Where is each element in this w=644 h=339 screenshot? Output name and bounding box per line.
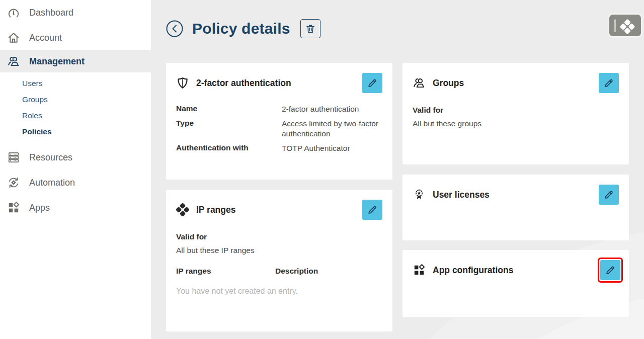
sidebar-item-automation[interactable]: Automation [0, 170, 151, 195]
card-title: 2-factor authentication [196, 78, 291, 89]
sidebar-item-resources[interactable]: Resources [0, 145, 151, 170]
field-label: Authentication with [176, 143, 282, 153]
chevron-left-circle-icon [166, 20, 183, 37]
app-configurations-edit-button[interactable] [600, 260, 620, 280]
sidebar-item-label: Management [29, 56, 85, 67]
sidebar-item-label: Dashboard [29, 8, 73, 18]
rosette-badge-icon [413, 188, 426, 201]
valid-for-value: All but these IP ranges [176, 246, 382, 255]
sidebar-item-roles[interactable]: Roles [0, 108, 151, 124]
pinwheel-diamond-icon [176, 203, 189, 216]
sidebar-item-label: Apps [29, 203, 50, 213]
people-icon [413, 76, 426, 90]
sidebar-item-management[interactable]: Management [0, 50, 151, 72]
apps-icon [413, 264, 426, 277]
management-submenu: Users Groups Roles Policies [0, 72, 151, 145]
field-value: TOTP Authenticator [282, 143, 382, 153]
delete-policy-button[interactable] [300, 19, 320, 38]
sidebar-item-apps[interactable]: Apps [0, 195, 151, 220]
sidebar-item-label: Account [29, 33, 62, 43]
sidebar-item-label: Resources [29, 152, 72, 163]
widget-handle-bar [614, 19, 616, 32]
pencil-icon [603, 77, 614, 89]
field-value: 2-factor authentication [282, 104, 382, 114]
main-content: Policy details 2-factor authentication [151, 0, 644, 339]
sidebar-item-label: Automation [29, 178, 75, 188]
groups-edit-button[interactable] [599, 73, 619, 93]
sidebar: Dashboard Account Managem [0, 0, 151, 339]
trash-icon [305, 23, 316, 34]
app-configurations-card: App configurations [403, 250, 629, 317]
feedback-widget-button[interactable] [609, 15, 641, 36]
field-label: Type [176, 119, 282, 139]
sidebar-item-policies[interactable]: Policies [0, 124, 151, 140]
two-factor-edit-button[interactable] [362, 73, 382, 93]
empty-state-text: You have not yet created an entry. [176, 287, 382, 296]
back-button[interactable] [166, 20, 183, 37]
card-title: App configurations [433, 265, 513, 276]
page-title: Policy details [192, 20, 290, 37]
sidebar-item-users[interactable]: Users [0, 75, 151, 92]
two-factor-authentication-card: 2-factor authentication Name 2-factor au… [166, 63, 392, 180]
user-licenses-card: User licenses [403, 175, 629, 240]
card-title: IP ranges [196, 205, 235, 215]
ip-ranges-card: IP ranges Valid for All but these IP ran… [166, 190, 392, 331]
shield-icon [176, 76, 189, 90]
people-icon [7, 55, 20, 68]
pinwheel-diamond-icon [622, 19, 633, 32]
gauge-icon [7, 6, 20, 19]
pencil-icon [367, 204, 378, 215]
sidebar-item-groups[interactable]: Groups [0, 92, 151, 108]
field-value: Access limited by two-factor authenticat… [282, 119, 382, 139]
automation-icon [7, 176, 20, 189]
page-header: Policy details [166, 19, 320, 38]
ip-ranges-edit-button[interactable] [362, 200, 382, 220]
red-highlight-annotation [598, 258, 623, 283]
pencil-icon [605, 265, 616, 276]
column-header-ip-ranges: IP ranges [176, 267, 275, 276]
server-icon [7, 151, 20, 164]
sidebar-item-dashboard[interactable]: Dashboard [0, 0, 151, 25]
home-icon [7, 31, 20, 44]
valid-for-label: Valid for [413, 106, 619, 115]
sidebar-item-account[interactable]: Account [0, 25, 151, 50]
user-licenses-edit-button[interactable] [599, 185, 619, 205]
field-label: Name [176, 104, 282, 114]
column-header-description: Description [275, 267, 382, 276]
valid-for-value: All but these groups [413, 119, 619, 128]
card-title: User licenses [433, 190, 490, 200]
valid-for-label: Valid for [176, 232, 382, 241]
apps-icon [7, 201, 20, 214]
card-title: Groups [433, 78, 464, 89]
groups-card: Groups Valid for All but these groups [403, 63, 629, 164]
pencil-icon [367, 77, 378, 89]
pencil-icon [603, 189, 614, 200]
